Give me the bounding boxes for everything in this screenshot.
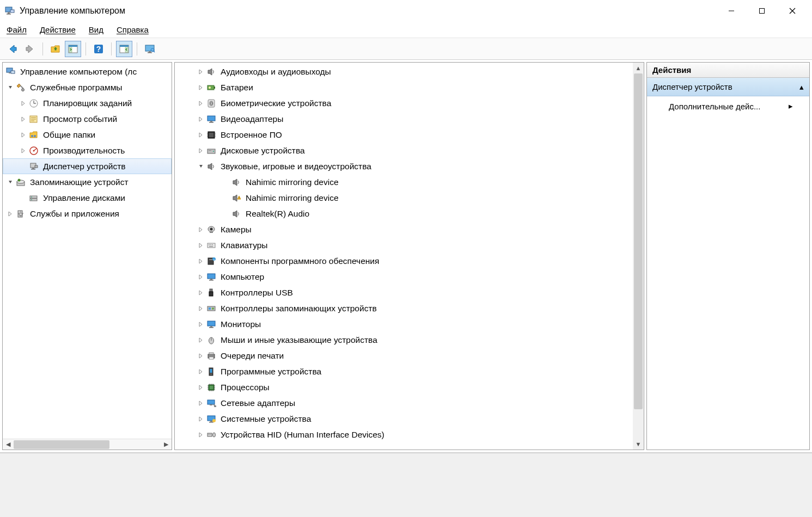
- svg-rect-57: [210, 121, 212, 122]
- expander-icon[interactable]: [197, 227, 205, 232]
- horizontal-scrollbar[interactable]: ◀ ▶: [3, 439, 172, 450]
- device-monitors[interactable]: Мониторы: [175, 316, 633, 332]
- svg-rect-3: [10, 10, 14, 13]
- expander-icon[interactable]: [197, 69, 205, 75]
- device-computer[interactable]: Компьютер: [175, 269, 633, 285]
- device-display_adapters[interactable]: Видеоадаптеры: [175, 111, 633, 127]
- nav-shared-folders[interactable]: Общие папки: [3, 127, 172, 143]
- device-audio_io[interactable]: Аудиовходы и аудиовыходы: [175, 64, 633, 79]
- expander-icon[interactable]: [6, 180, 15, 185]
- show-hide-actions-button[interactable]: [116, 41, 132, 57]
- svg-rect-83: [207, 274, 215, 279]
- scroll-down-icon[interactable]: ▼: [633, 439, 644, 450]
- device-processors[interactable]: Процессоры: [175, 379, 633, 395]
- actions-section-header[interactable]: Диспетчер устройств ▴: [647, 78, 809, 96]
- nav-disk-management[interactable]: Управление дисками: [3, 190, 172, 206]
- expander-icon[interactable]: [197, 401, 205, 406]
- expander-icon[interactable]: [197, 432, 205, 438]
- performance-icon: [28, 145, 40, 157]
- device-storage_controllers[interactable]: Контроллеры запоминающих устройств: [175, 300, 633, 316]
- expander-icon[interactable]: [6, 211, 15, 217]
- expander-icon[interactable]: [197, 290, 205, 296]
- disk-icon: [205, 145, 217, 157]
- up-button[interactable]: [47, 41, 64, 57]
- expander-icon[interactable]: [197, 116, 205, 122]
- expander-icon[interactable]: [197, 101, 205, 106]
- expander-icon[interactable]: [19, 101, 28, 106]
- svg-rect-58: [209, 122, 213, 123]
- device-realtek[interactable]: Realtek(R) Audio: [175, 206, 633, 221]
- expander-icon[interactable]: [197, 416, 205, 422]
- forward-button[interactable]: [22, 41, 38, 57]
- actions-more[interactable]: Дополнительные дейс... ▸: [647, 96, 809, 116]
- svg-rect-127: [210, 434, 211, 434]
- usb-icon: [205, 287, 217, 299]
- system-icon: [205, 413, 217, 425]
- collapse-icon[interactable]: ▴: [799, 82, 804, 92]
- expander-icon[interactable]: [197, 85, 205, 90]
- minimize-button[interactable]: [716, 0, 747, 22]
- device-nahimic1[interactable]: Nahimic mirroring device: [175, 174, 633, 190]
- device-hid[interactable]: Устройства HID (Human Interface Devices): [175, 427, 633, 442]
- close-button[interactable]: [777, 0, 808, 22]
- show-hide-tree-button[interactable]: [65, 41, 81, 57]
- expander-icon[interactable]: [197, 337, 205, 343]
- help-button[interactable]: ?: [90, 41, 107, 57]
- software-icon: +: [205, 255, 217, 267]
- expander-icon[interactable]: [197, 258, 205, 264]
- svg-rect-78: [209, 246, 213, 247]
- expander-icon[interactable]: [19, 148, 28, 153]
- device-software_components[interactable]: +Компоненты программного обеспечения: [175, 253, 633, 269]
- expander-icon[interactable]: [197, 243, 205, 248]
- expander-icon[interactable]: [197, 385, 205, 390]
- svg-rect-104: [210, 386, 213, 389]
- menu-action[interactable]: Действие: [40, 25, 76, 34]
- expander-icon[interactable]: [197, 353, 205, 359]
- menu-help[interactable]: Справка: [117, 25, 149, 34]
- device-nahimic2[interactable]: !Nahimic mirroring device: [175, 190, 633, 206]
- device-keyboards[interactable]: Клавиатуры: [175, 237, 633, 253]
- expander-icon[interactable]: [197, 164, 205, 169]
- expander-icon[interactable]: [197, 322, 205, 327]
- nav-storage[interactable]: Запоминающие устройст: [3, 174, 172, 190]
- nav-event-viewer[interactable]: Просмотр событий: [3, 111, 172, 127]
- expander-icon[interactable]: [197, 132, 205, 138]
- expander-icon[interactable]: [197, 306, 205, 311]
- expander-icon[interactable]: [19, 116, 28, 122]
- device-disk_drives[interactable]: Дисковые устройства: [175, 143, 633, 158]
- expander-icon[interactable]: [19, 132, 28, 138]
- device-print_queues[interactable]: Очереди печати: [175, 348, 633, 364]
- expander-icon[interactable]: [197, 369, 205, 374]
- battery-icon: [205, 82, 217, 94]
- scroll-up-icon[interactable]: ▲: [633, 63, 644, 73]
- maximize-button[interactable]: [747, 0, 777, 22]
- device-cameras[interactable]: Камеры: [175, 221, 633, 237]
- monitor-button[interactable]: [142, 41, 158, 57]
- device-network_adapters[interactable]: Сетевые адаптеры: [175, 395, 633, 411]
- device-batteries[interactable]: Батареи: [175, 79, 633, 95]
- device-biometric[interactable]: Биометрические устройства: [175, 95, 633, 111]
- device-sound_game_video[interactable]: Звуковые, игровые и видеоустройства: [175, 158, 633, 174]
- nav-root[interactable]: Управление компьютером (лс: [3, 64, 172, 79]
- device-tree[interactable]: Аудиовходы и аудиовыходыБатареиБиометрич…: [175, 63, 644, 450]
- device-firmware[interactable]: Встроенное ПО: [175, 127, 633, 143]
- device-system_devices[interactable]: Системные устройства: [175, 411, 633, 427]
- back-button[interactable]: [4, 41, 21, 57]
- expander-icon[interactable]: [197, 274, 205, 280]
- nav-system-tools[interactable]: Служебные программы: [3, 79, 172, 95]
- nav-task-scheduler[interactable]: Планировщик заданий: [3, 95, 172, 111]
- nav-services-apps[interactable]: Службы и приложения: [3, 206, 172, 221]
- navigation-tree[interactable]: Управление компьютером (лс Служебные про…: [3, 63, 172, 439]
- expander-icon[interactable]: [197, 148, 205, 153]
- nav-performance[interactable]: Производительность: [3, 143, 172, 158]
- device-usb_controllers[interactable]: Контроллеры USB: [175, 285, 633, 300]
- nav-device-manager[interactable]: Диспетчер устройств: [3, 158, 172, 174]
- scroll-right-icon[interactable]: ▶: [161, 439, 172, 450]
- vertical-scrollbar[interactable]: ▲ ▼: [633, 63, 644, 450]
- device-mice[interactable]: Мыши и иные указывающие устройства: [175, 332, 633, 348]
- expander-icon[interactable]: [6, 85, 15, 90]
- scroll-left-icon[interactable]: ◀: [3, 439, 14, 450]
- menu-view[interactable]: Вид: [89, 25, 103, 34]
- menu-file[interactable]: Файл: [7, 25, 27, 34]
- device-software_devices[interactable]: Программные устройства: [175, 364, 633, 379]
